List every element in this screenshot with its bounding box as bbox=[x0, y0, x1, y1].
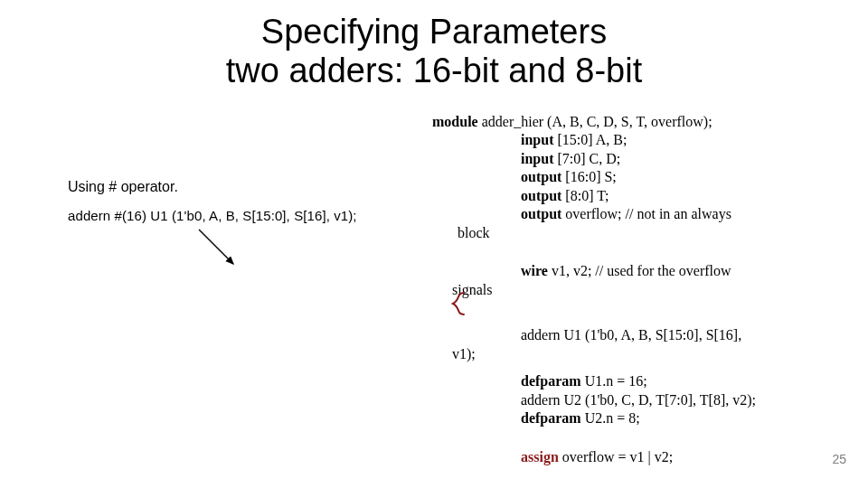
inst-u1: addern U1 (1'b0, A, B, S[15:0], S[16], bbox=[432, 326, 841, 344]
page-number: 25 bbox=[832, 452, 846, 466]
defp2-rest: U2.n = 8; bbox=[581, 410, 640, 426]
kw-input-1: input bbox=[521, 132, 553, 147]
module-decl: module adder_hier (A, B, C, D, S, T, ove… bbox=[432, 113, 841, 131]
wire-rest: v1, v2; // used for the overflow bbox=[548, 263, 731, 278]
block-word: block bbox=[432, 224, 841, 242]
inst-u2: addern U2 (1'b0, C, D, T[7:0], T[8], v2)… bbox=[432, 391, 841, 409]
kw-assign: assign bbox=[521, 449, 559, 465]
signals-word: signals bbox=[432, 281, 841, 299]
port-output-3: output overflow; // not in an always bbox=[432, 205, 841, 223]
title-line-2: two adders: 16-bit and 8-bit bbox=[226, 52, 643, 89]
inst-u1-tail: v1); bbox=[432, 345, 841, 363]
arrow-icon bbox=[193, 224, 248, 278]
kw-output-1: output bbox=[521, 169, 561, 184]
input-2-rest: [7:0] C, D; bbox=[553, 151, 620, 166]
left-column: Using # operator. addern #(16) U1 (1'b0,… bbox=[68, 179, 411, 223]
assign-rest: overflow = v1 | v2; bbox=[559, 449, 673, 465]
module-sig: adder_hier (A, B, C, D, S, T, overflow); bbox=[478, 114, 712, 129]
kw-defparam-1: defparam bbox=[521, 373, 581, 389]
port-output-1: output [16:0] S; bbox=[432, 168, 841, 186]
output-1-rest: [16:0] S; bbox=[561, 169, 616, 184]
defparam-u2: defparam U2.n = 8; bbox=[432, 409, 841, 427]
instantiation-sharp-line: addern #(16) U1 (1'b0, A, B, S[15:0], S[… bbox=[68, 208, 411, 223]
port-output-2: output [8:0] T; bbox=[432, 187, 841, 205]
title-line-1: Specifying Parameters bbox=[261, 13, 607, 51]
port-input-1: input [15:0] A, B; bbox=[432, 131, 841, 149]
port-input-2: input [7:0] C, D; bbox=[432, 150, 841, 168]
right-column: module adder_hier (A, B, C, D, S, T, ove… bbox=[432, 113, 841, 466]
assign-line: assign overflow = v1 | v2; bbox=[432, 448, 841, 466]
defparam-u1: defparam U1.n = 16; bbox=[432, 372, 841, 390]
slide-title: Specifying Parameters two adders: 16-bit… bbox=[0, 13, 868, 89]
output-3-rest: overflow; // not in an always bbox=[561, 206, 731, 221]
kw-output-2: output bbox=[521, 188, 561, 203]
kw-module: module bbox=[432, 114, 478, 129]
wire-decl: wire v1, v2; // used for the overflow bbox=[432, 262, 841, 280]
defp1-rest: U1.n = 16; bbox=[581, 373, 647, 389]
svg-line-0 bbox=[199, 230, 233, 264]
output-2-rest: [8:0] T; bbox=[561, 188, 609, 203]
using-operator-text: Using # operator. bbox=[68, 179, 411, 195]
kw-input-2: input bbox=[521, 151, 553, 166]
kw-defparam-2: defparam bbox=[521, 410, 581, 426]
kw-output-3: output bbox=[521, 206, 561, 221]
input-1-rest: [15:0] A, B; bbox=[553, 132, 627, 147]
kw-wire: wire bbox=[521, 263, 548, 278]
